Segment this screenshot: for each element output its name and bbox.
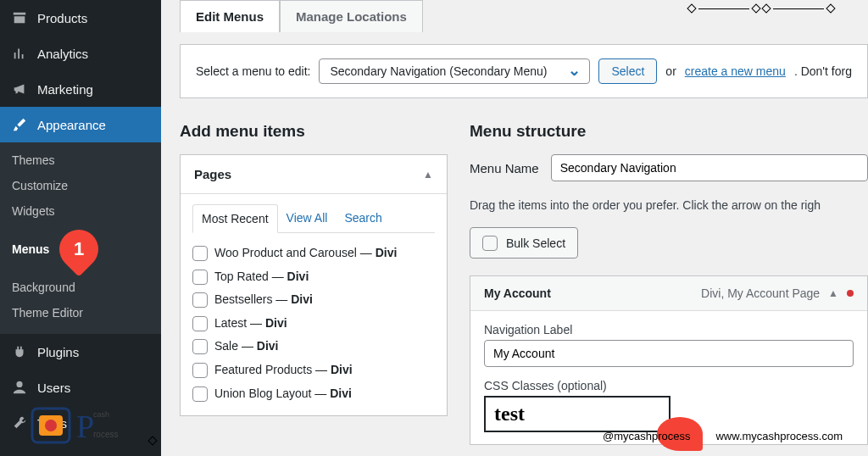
decorative-divider bbox=[688, 5, 834, 12]
appearance-submenu: Themes Customize Widgets Menus 1 Backgro… bbox=[0, 142, 161, 334]
submenu-item-theme-editor[interactable]: Theme Editor bbox=[0, 300, 161, 325]
pages-filter-tabs: Most Recent View All Search bbox=[192, 204, 435, 233]
sidebar-item-marketing[interactable]: Marketing bbox=[0, 71, 161, 107]
watermark-url: www.mycashprocess.com bbox=[715, 430, 843, 442]
checkbox[interactable] bbox=[192, 386, 208, 402]
tail-text: . Don't forg bbox=[794, 64, 852, 78]
svg-text:rocess: rocess bbox=[93, 430, 118, 439]
brush-icon bbox=[10, 115, 29, 134]
list-item[interactable]: Latest — Divi bbox=[192, 312, 430, 336]
list-item[interactable]: Sale — Divi bbox=[192, 335, 430, 359]
create-menu-link[interactable]: create a new menu bbox=[685, 64, 786, 78]
submenu-item-background[interactable]: Background bbox=[0, 275, 161, 300]
select-button[interactable]: Select bbox=[598, 58, 657, 84]
css-classes-label: CSS Classes (optional) bbox=[484, 379, 854, 392]
menu-item-header[interactable]: My Account Divi, My Account Page ▲ bbox=[470, 276, 867, 311]
tab-most-recent[interactable]: Most Recent bbox=[192, 204, 278, 233]
checkbox[interactable] bbox=[192, 292, 208, 308]
select-menu-label: Select a menu to edit: bbox=[196, 64, 310, 78]
sidebar-label: Analytics bbox=[37, 47, 88, 61]
menu-dropdown[interactable]: Secondary Navigation (Secondary Menu) bbox=[319, 58, 590, 84]
bulk-select-button[interactable]: Bulk Select bbox=[470, 227, 578, 259]
main-content: Edit Menus Manage Locations Select a men… bbox=[161, 0, 868, 456]
svg-text:cash: cash bbox=[93, 410, 109, 419]
add-items-heading: Add menu items bbox=[180, 122, 448, 141]
checkbox[interactable] bbox=[192, 270, 208, 285]
watermark-handle: @mycashprocess bbox=[603, 430, 691, 442]
dropdown-value: Secondary Navigation (Secondary Menu) bbox=[330, 64, 547, 78]
menu-name-input[interactable] bbox=[551, 154, 868, 181]
panel-title: Pages bbox=[194, 167, 231, 181]
sidebar-label: Users bbox=[37, 381, 70, 395]
menu-name-label: Menu Name bbox=[470, 161, 539, 175]
submenu-item-customize[interactable]: Customize bbox=[0, 173, 161, 198]
wrench-icon bbox=[10, 414, 29, 432]
css-classes-input[interactable] bbox=[484, 396, 670, 432]
caret-up-icon: ▲ bbox=[423, 169, 433, 181]
megaphone-icon bbox=[10, 80, 29, 98]
list-item[interactable]: Woo Product and Carousel — Divi bbox=[192, 242, 430, 265]
sidebar-label: Appearance bbox=[37, 118, 106, 132]
checkbox[interactable] bbox=[482, 236, 498, 251]
sidebar-item-analytics[interactable]: Analytics bbox=[0, 36, 161, 71]
submenu-label: Menus bbox=[12, 242, 49, 256]
submenu-item-menus[interactable]: Menus 1 bbox=[0, 224, 161, 275]
menu-item-meta: Divi, My Account Page bbox=[701, 286, 820, 300]
sidebar-item-plugins[interactable]: Plugins bbox=[0, 334, 161, 370]
sidebar-label: Plugins bbox=[37, 345, 79, 359]
archive-icon bbox=[10, 8, 29, 27]
tab-search[interactable]: Search bbox=[336, 204, 390, 232]
checkbox[interactable] bbox=[192, 246, 208, 261]
status-dot-icon bbox=[847, 290, 854, 297]
pages-accordion: Pages ▲ Most Recent View All Search Woo … bbox=[180, 154, 448, 416]
tab-manage-locations[interactable]: Manage Locations bbox=[280, 0, 423, 32]
page-list[interactable]: Woo Product and Carousel — Divi Top Rate… bbox=[192, 242, 435, 405]
admin-sidebar: Products Analytics Marketing Appearance … bbox=[0, 0, 161, 456]
sidebar-item-appearance[interactable]: Appearance bbox=[0, 107, 161, 142]
bulk-label: Bulk Select bbox=[506, 236, 565, 250]
menu-select-bar: Select a menu to edit: Secondary Navigat… bbox=[180, 44, 868, 98]
tab-edit-menus[interactable]: Edit Menus bbox=[180, 0, 280, 32]
sidebar-label: Marketing bbox=[37, 82, 93, 97]
annotation-marker-1: 1 bbox=[52, 221, 107, 276]
caret-up-icon: ▲ bbox=[828, 287, 838, 299]
nav-label-input[interactable] bbox=[484, 340, 854, 367]
sidebar-item-products[interactable]: Products bbox=[0, 0, 161, 36]
add-menu-items-column: Add menu items Pages ▲ Most Recent View … bbox=[180, 122, 448, 445]
menu-structure-column: Menu structure Menu Name Drag the items … bbox=[470, 122, 868, 445]
checkbox[interactable] bbox=[192, 363, 208, 378]
sidebar-label: Products bbox=[37, 11, 87, 25]
structure-heading: Menu structure bbox=[470, 122, 868, 141]
chart-bar-icon bbox=[10, 44, 29, 63]
watermark-text: @mycashprocess www.mycashprocess.com bbox=[603, 430, 843, 442]
user-icon bbox=[10, 378, 29, 397]
tab-view-all[interactable]: View All bbox=[278, 204, 337, 232]
svg-point-2 bbox=[45, 420, 57, 431]
drag-help-text: Drag the items into the order you prefer… bbox=[470, 198, 868, 212]
checkbox[interactable] bbox=[192, 316, 208, 331]
list-item[interactable]: Featured Products — Divi bbox=[192, 359, 430, 382]
checkbox[interactable] bbox=[192, 339, 208, 354]
submenu-item-themes[interactable]: Themes bbox=[0, 147, 161, 173]
svg-text:P: P bbox=[76, 409, 94, 444]
list-item[interactable]: Union Blog Layout — Divi bbox=[192, 382, 430, 406]
menu-item-title: My Account bbox=[484, 286, 551, 300]
or-text: or bbox=[665, 64, 676, 78]
list-item[interactable]: Top Rated — Divi bbox=[192, 265, 430, 289]
plug-icon bbox=[10, 342, 29, 361]
watermark-logo: P cash rocess bbox=[27, 398, 129, 449]
pages-accordion-header[interactable]: Pages ▲ bbox=[181, 155, 447, 194]
submenu-item-widgets[interactable]: Widgets bbox=[0, 198, 161, 224]
list-item[interactable]: Bestsellers — Divi bbox=[192, 288, 430, 312]
nav-label-label: Navigation Label bbox=[484, 323, 854, 336]
